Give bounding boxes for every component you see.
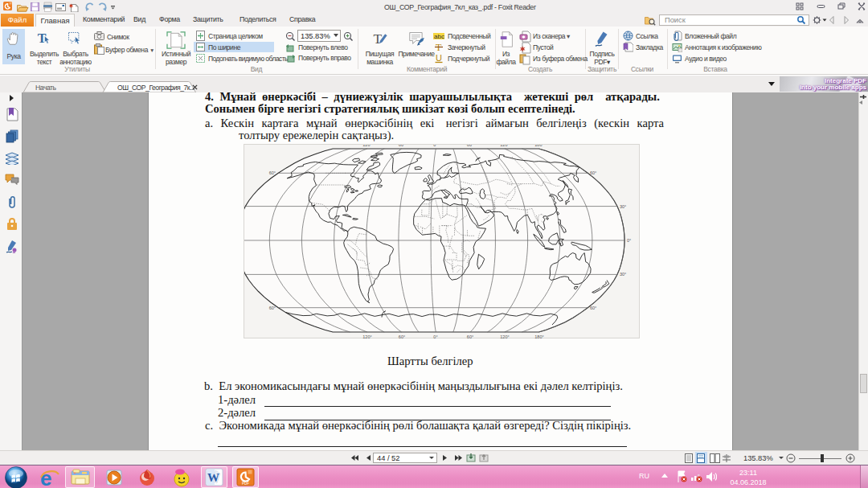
svg-text:120°: 120° [500,334,509,339]
svg-text:60°: 60° [399,145,405,147]
svg-text:120°: 120° [362,145,371,147]
svg-text:60°: 60° [269,306,276,310]
svg-text:e: e [40,467,51,488]
svg-text:60°: 60° [467,145,473,147]
svg-text:PDF: PDF [242,482,249,486]
svg-text:W: W [207,471,219,484]
svg-text:60°: 60° [269,170,276,175]
svg-text:0°: 0° [627,238,631,243]
svg-text:60°: 60° [467,334,473,339]
svg-text:60°: 60° [399,334,405,339]
svg-text:120°: 120° [362,334,371,339]
svg-text:180°: 180° [534,145,543,147]
svg-text:60°: 60° [590,306,596,310]
svg-text:60°: 60° [590,170,596,175]
svg-text:T: T [373,31,382,47]
svg-text:30°: 30° [620,204,626,209]
svg-text:180°: 180° [534,334,543,339]
svg-text:30°: 30° [620,272,626,277]
svg-text:U: U [436,53,442,63]
svg-text:120°: 120° [500,145,509,147]
svg-text:0°: 0° [433,334,437,339]
svg-text:abc: abc [434,33,444,40]
svg-text:0°: 0° [433,145,437,147]
